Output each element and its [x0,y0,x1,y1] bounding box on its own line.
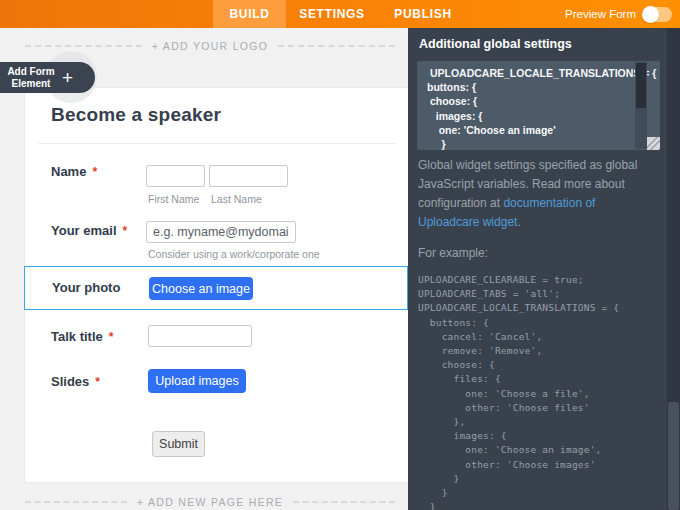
form-canvas: + ADD YOUR LOGO Add Form Element + Becom… [0,28,408,510]
global-settings-code[interactable]: UPLOADCARE_LOCALE_TRANSLATIONS = { butto… [417,61,660,150]
required-asterisk: * [123,224,128,238]
add-page-label[interactable]: + ADD NEW PAGE HERE [137,496,283,508]
resize-grip-icon[interactable] [647,137,660,150]
submit-button[interactable]: Submit [152,431,205,457]
photo-field-label: Your photo [52,280,120,295]
required-asterisk: * [95,375,100,389]
add-page-area[interactable]: + ADD NEW PAGE HERE [25,496,395,508]
nav-tabs: BUILD SETTINGS PUBLISH [213,0,468,28]
email-hint: Consider using a work/corporate one [148,248,320,260]
form-card: Become a speaker Name* First Name Last N… [25,88,408,482]
first-name-sublabel: First Name [148,193,199,205]
panel-description: Global widget settings specified as glob… [418,156,658,232]
title-divider [38,143,396,144]
tab-publish[interactable]: PUBLISH [378,0,468,28]
name-field-label: Name* [51,164,97,179]
last-name-sublabel: Last Name [211,193,262,205]
form-builder-app: BUILD SETTINGS PUBLISH Preview Form + AD… [0,0,680,510]
photo-field-selected-row[interactable]: Your photo Choose an image [24,266,408,310]
add-form-element-label: Add Form Element [0,66,62,89]
plus-icon: + [62,68,73,87]
tab-build[interactable]: BUILD [213,0,286,28]
last-name-input[interactable] [209,165,288,187]
description-period: . [517,215,520,229]
add-form-element-line1: Add Form [7,66,54,77]
dashed-divider [293,501,395,503]
form-title[interactable]: Become a speaker [51,104,221,126]
email-label-text: Your email [51,223,117,238]
panel-title: Additional global settings [419,37,572,51]
global-settings-textarea[interactable]: UPLOADCARE_LOCALE_TRANSLATIONS = { butto… [417,61,660,150]
example-label: For example: [418,246,658,260]
add-form-element-line2: Element [12,78,51,89]
email-input[interactable] [146,221,296,243]
talk-title-label-text: Talk title [51,329,103,344]
add-logo-label[interactable]: + ADD YOUR LOGO [152,40,268,52]
top-navigation-bar: BUILD SETTINGS PUBLISH Preview Form [0,0,680,28]
preview-form-toggle[interactable] [643,7,672,22]
example-code: UPLOADCARE_CLEARABLE = true; UPLOADCARE_… [418,273,658,510]
panel-scrollbar-thumb[interactable] [668,402,679,510]
widget-settings-panel: Additional global settings UPLOADCARE_LO… [408,28,680,510]
required-asterisk: * [109,330,114,344]
toggle-knob[interactable] [642,6,659,23]
dashed-divider [278,45,395,47]
upload-images-button[interactable]: Upload images [148,369,246,393]
talk-title-field-label: Talk title* [51,329,113,344]
panel-body: Global widget settings specified as glob… [418,156,658,510]
textarea-scrollbar-thumb[interactable] [636,63,646,108]
preview-form-control: Preview Form [565,0,672,28]
slides-field-label: Slides* [51,374,100,389]
tab-settings[interactable]: SETTINGS [286,0,378,28]
add-form-element-button[interactable]: Add Form Element + [0,62,95,93]
dashed-divider [25,501,127,503]
dashed-divider [25,45,142,47]
preview-form-label: Preview Form [565,8,636,20]
first-name-input[interactable] [146,165,205,187]
name-label-text: Name [51,164,86,179]
add-logo-area[interactable]: + ADD YOUR LOGO [25,40,395,52]
email-field-label: Your email* [51,223,127,238]
slides-label-text: Slides [51,374,89,389]
talk-title-input[interactable] [148,325,252,347]
required-asterisk: * [92,165,97,179]
choose-image-button[interactable]: Choose an image [149,277,253,300]
